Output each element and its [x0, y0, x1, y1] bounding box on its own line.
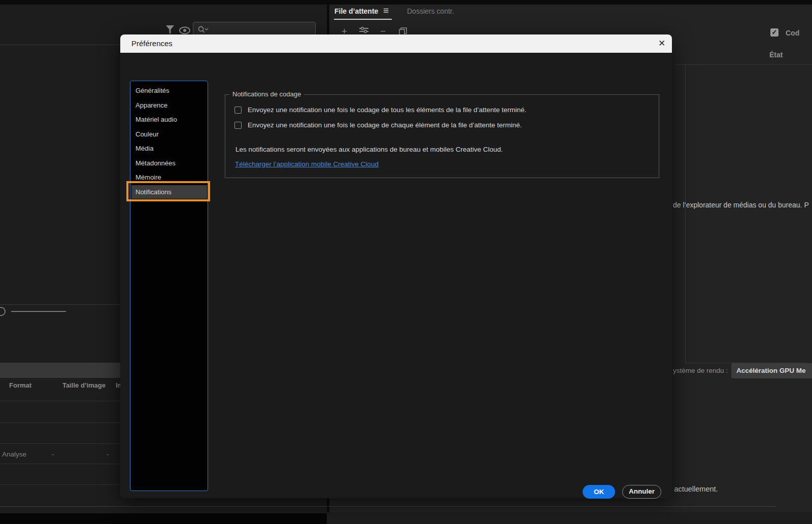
preferences-dialog: Préférences ✕ Généralités Apparence Maté… — [120, 34, 672, 498]
column-header-format[interactable]: Format — [9, 381, 31, 389]
analysis-row-value: - — [107, 450, 109, 458]
ok-button[interactable]: OK — [583, 485, 615, 499]
divider — [0, 506, 776, 507]
sidebar-item-media[interactable]: Média — [131, 142, 207, 155]
divider — [675, 64, 812, 65]
cancel-button[interactable]: Annuler — [622, 485, 661, 499]
auto-encode-checkbox[interactable]: ✓ — [770, 28, 779, 37]
tab-watch-folders[interactable]: Dossiers contr. — [407, 7, 454, 15]
dialog-titlebar[interactable]: Préférences ✕ — [120, 34, 672, 53]
column-header-frame-size[interactable]: Taille d’image — [62, 381, 106, 389]
notifications-info-text: Les notifications seront envoyées aux ap… — [235, 146, 503, 153]
panel-menu-icon[interactable]: ≡ — [383, 5, 389, 16]
analysis-row-value: - — [52, 450, 54, 458]
search-input[interactable] — [212, 27, 308, 34]
window-top-strip — [0, 0, 812, 5]
auto-encode-label: Cod — [786, 29, 799, 37]
status-column-header[interactable]: État — [769, 51, 783, 59]
renderer-dropdown[interactable]: Accélération GPU Me — [731, 363, 812, 378]
notify-all-checkbox[interactable] — [234, 107, 242, 114]
sidebar-item-general[interactable]: Généralités — [131, 84, 207, 97]
sidebar-item-metadata[interactable]: Métadonnées — [131, 156, 207, 170]
notify-each-checkbox[interactable] — [234, 122, 242, 129]
tab-queue[interactable]: File d’attente — [334, 7, 378, 15]
close-icon[interactable]: ✕ — [655, 37, 669, 51]
notify-all-label[interactable]: Envoyez une notification une fois le cod… — [248, 106, 526, 114]
analysis-row-label: Analyse — [2, 450, 26, 458]
encoding-notifications-group: Notifications de codage Envoyez une noti… — [225, 94, 659, 178]
bottom-strip — [0, 513, 327, 524]
search-icon — [197, 25, 209, 36]
download-mobile-app-link[interactable]: Télécharger l’application mobile Creativ… — [235, 160, 379, 168]
app-window: Format Taille d’image Im Analyse - - Fil… — [0, 0, 812, 524]
sidebar-item-audio-hardware[interactable]: Matériel audio — [131, 113, 207, 126]
group-title: Notifications de codage — [229, 90, 304, 98]
notify-each-label[interactable]: Envoyez une notification une fois le cod… — [248, 121, 522, 129]
preferences-category-list: Généralités Apparence Matériel audio Cou… — [130, 81, 208, 491]
column-divider — [685, 64, 686, 363]
sidebar-item-appearance[interactable]: Apparence — [131, 98, 207, 112]
notifications-highlight-box — [126, 181, 210, 201]
active-tab-underline — [334, 19, 392, 20]
sidebar-item-color[interactable]: Couleur — [131, 127, 207, 141]
dialog-title: Préférences — [131, 39, 173, 48]
renderer-label: ystème de rendu : — [673, 367, 728, 374]
zoom-slider-track[interactable] — [11, 311, 66, 312]
queue-hint-text: de l’explorateur de médias ou du bureau.… — [673, 201, 809, 209]
dialog-body: Généralités Apparence Matériel audio Cou… — [120, 53, 672, 498]
